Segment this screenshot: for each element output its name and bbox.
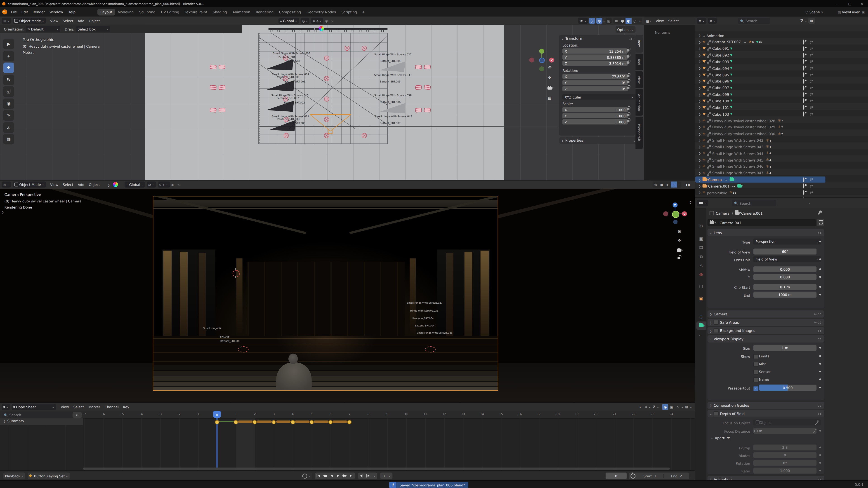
- object-name[interactable]: Cube.100: [712, 99, 729, 103]
- current-frame-field[interactable]: 0: [606, 473, 627, 479]
- pan-hand-icon[interactable]: ✥: [548, 76, 551, 80]
- visibility-eye-icon[interactable]: [803, 72, 804, 77]
- snap-dropdown[interactable]: ∪⊹⌄: [311, 18, 323, 24]
- sidebar-tab-animation[interactable]: Animation: [636, 89, 643, 116]
- toolbar-expand-icon[interactable]: ❯: [2, 211, 4, 214]
- playhead-tag[interactable]: 0: [213, 411, 221, 418]
- dope-copy-icon[interactable]: ⊞: [683, 405, 690, 409]
- expand-icon[interactable]: ❯: [699, 67, 701, 70]
- lock-icon[interactable]: [678, 257, 680, 259]
- passepartout-checkbox[interactable]: ✓: [753, 386, 758, 391]
- pin-icon[interactable]: [818, 211, 820, 215]
- aperture-subpanel-header[interactable]: ⌄Aperture: [711, 436, 730, 440]
- transform-value-field[interactable]: X1.000: [562, 107, 628, 112]
- jump-to-end-button[interactable]: [348, 475, 355, 477]
- visibility-eye-icon[interactable]: [803, 184, 804, 188]
- dope-overlay-icon[interactable]: ▣: [669, 405, 675, 409]
- keyframe[interactable]: [215, 420, 219, 424]
- hdri-preview-sphere[interactable]: [113, 182, 118, 187]
- ratio-field[interactable]: 1.000: [753, 467, 816, 474]
- lock-icon[interactable]: [627, 55, 629, 58]
- tab-texture-paint[interactable]: Texture Paint: [182, 8, 210, 15]
- expand-icon[interactable]: ❯: [699, 47, 701, 51]
- pivot-point-dropdown[interactable]: ◎⌄: [147, 182, 156, 188]
- animate-dot[interactable]: [819, 470, 821, 471]
- expand-icon[interactable]: ❯: [699, 60, 701, 64]
- visibility-eye-icon[interactable]: [803, 92, 804, 97]
- show-mist-checkbox[interactable]: [753, 362, 758, 367]
- shading-wireframe-icon[interactable]: ⊕: [653, 182, 659, 187]
- expand-icon[interactable]: ❯: [699, 93, 701, 96]
- menu-select[interactable]: Select: [71, 405, 86, 409]
- viewlayer-new-icon[interactable]: ▣: [862, 10, 865, 13]
- pan-hand-icon[interactable]: ✥: [678, 238, 681, 243]
- pause-render-button[interactable]: ▮▮: [684, 182, 692, 188]
- transform-value-field[interactable]: Y0°: [562, 80, 628, 85]
- outliner-row[interactable]: ❯Cube.099: [695, 91, 826, 98]
- lens-unit-dropdown[interactable]: Field of View⌄: [753, 256, 821, 262]
- focus-object-field[interactable]: Object: [753, 419, 821, 425]
- snap-dropdown[interactable]: ∪⊹⌄: [158, 182, 170, 188]
- annotate-tool[interactable]: ✎: [3, 110, 14, 121]
- menu-channel[interactable]: Channel: [102, 405, 121, 409]
- expand-icon[interactable]: ❯: [699, 34, 701, 37]
- tab-compositing[interactable]: Compositing: [276, 8, 304, 15]
- breadcrumb-object[interactable]: Camera: [716, 211, 730, 215]
- tab-scripting[interactable]: Scripting: [339, 8, 360, 15]
- tab-collection[interactable]: ▢: [696, 282, 706, 291]
- menu-view[interactable]: View: [59, 405, 71, 409]
- properties-subpanel-collapsed[interactable]: ❯Properties: [559, 137, 640, 144]
- outliner-row[interactable]: ❯Cube.092: [695, 52, 826, 59]
- expand-icon[interactable]: ❯: [699, 99, 701, 103]
- animate-dot[interactable]: [819, 294, 821, 295]
- preview-range-button[interactable]: ∩: [380, 474, 387, 478]
- zoom-icon[interactable]: ⊕: [548, 65, 552, 70]
- outliner-row[interactable]: ❯✳persoPublic✳56: [695, 189, 826, 196]
- menu-window[interactable]: Window: [47, 10, 65, 14]
- step-options-caret[interactable]: ⌄: [371, 475, 377, 477]
- tab-render[interactable]: ▣: [696, 234, 706, 243]
- sidebar-collapse-icon[interactable]: ❮: [689, 200, 691, 204]
- animate-dot[interactable]: [819, 454, 821, 456]
- filter-toggle-button[interactable]: ↔: [72, 412, 82, 418]
- object-name[interactable]: Cube.096: [712, 79, 729, 83]
- outliner-row[interactable]: ❯Cube.094: [695, 65, 826, 71]
- measure-tool[interactable]: ∠: [3, 122, 14, 133]
- tab-layout[interactable]: Layout: [98, 8, 115, 15]
- outliner-row[interactable]: ❯Cube.100: [695, 98, 826, 104]
- mode-dropdown[interactable]: Object Mode⌄: [13, 182, 46, 188]
- passepartout-slider[interactable]: 0.500: [759, 385, 817, 391]
- lock-icon[interactable]: [627, 81, 629, 83]
- breadcrumb-data[interactable]: Camera.001: [741, 211, 763, 215]
- gizmos-toggle[interactable]: ⤸: [589, 18, 595, 24]
- editor-type-button[interactable]: ⌄: [2, 404, 10, 410]
- sidebar-tab-blenderkit[interactable]: BlenderKit: [636, 117, 643, 149]
- outliner-filter-icon[interactable]: ∇: [800, 19, 803, 23]
- dope-hscrollbar[interactable]: [83, 467, 670, 469]
- outliner-filter-image[interactable]: ⧉⌄: [708, 18, 717, 24]
- keying-set-dropdown[interactable]: Button Keying Set⌄: [28, 473, 70, 479]
- eyedropper-icon[interactable]: [814, 420, 819, 425]
- keyframe[interactable]: [290, 420, 295, 424]
- animate-dot[interactable]: [819, 355, 821, 357]
- minimize-button[interactable]: –: [831, 1, 844, 6]
- keyframe[interactable]: [272, 420, 276, 424]
- dope-cursor-icon[interactable]: ⌖: [637, 404, 643, 409]
- dope-filter-icon[interactable]: ∇: [651, 404, 657, 409]
- properties-search-input[interactable]: 🔍 Search: [732, 200, 776, 206]
- fstop-field[interactable]: 2.8: [753, 445, 816, 451]
- tab-output[interactable]: ▤: [696, 243, 706, 251]
- cursor-tool[interactable]: ＋: [3, 51, 14, 61]
- start-frame-field[interactable]: Start1: [637, 474, 663, 478]
- object-name[interactable]: Small Hinge With Screws.044: [712, 151, 763, 155]
- shift-x-field[interactable]: 0.000: [753, 266, 816, 272]
- tab-sculpting[interactable]: Sculpting: [136, 8, 158, 15]
- object-name[interactable]: Battant_SRT.007: [712, 40, 741, 44]
- animate-dot[interactable]: [819, 286, 821, 288]
- tab-view-layer[interactable]: ⧉: [696, 252, 706, 261]
- object-name[interactable]: Small Hinge With Screws.043: [712, 145, 763, 149]
- transform-value-field[interactable]: X13.254 m: [562, 48, 628, 54]
- rotation-mode-dropdown[interactable]: XYZ Euler⌄: [562, 94, 636, 99]
- keyframe[interactable]: [347, 420, 352, 424]
- transform-value-field[interactable]: Z3.3914 m: [562, 60, 628, 66]
